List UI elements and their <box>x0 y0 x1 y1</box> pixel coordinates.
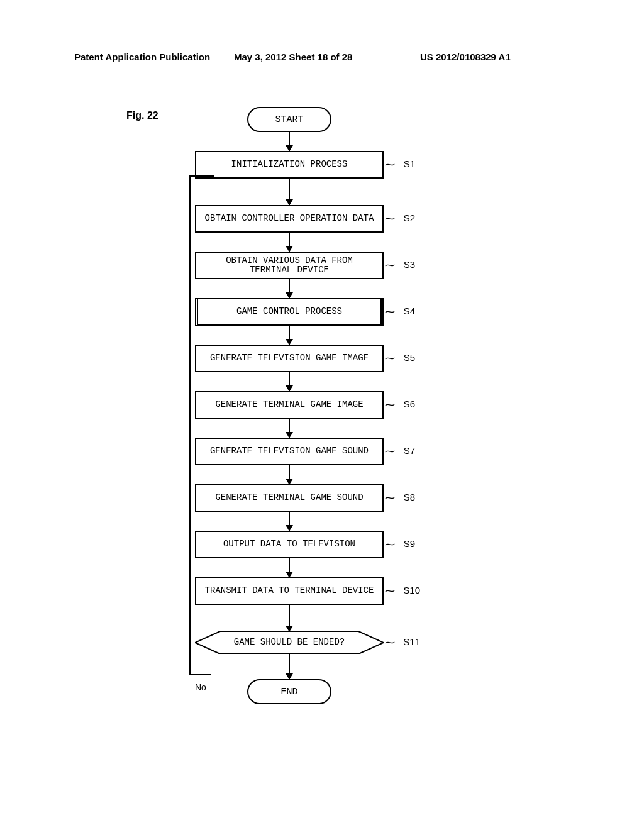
header-patent-number: US 2012/0108329 A1 <box>420 52 511 62</box>
arrow-icon <box>289 233 290 252</box>
step-label-s1: S1 <box>404 158 415 169</box>
tilde-icon: ⁓ <box>385 445 395 457</box>
step-s5: GENERATE TELEVISION GAME IMAGE <box>195 345 384 372</box>
arrow-icon <box>289 326 290 345</box>
arrow-icon <box>289 279 290 298</box>
step-text: GAME CONTROL PROCESS <box>236 307 342 316</box>
tilde-icon: ⁓ <box>385 306 395 318</box>
step-label-s7: S7 <box>404 445 415 456</box>
step-text: TRANSMIT DATA TO TERMINAL DEVICE <box>205 586 374 595</box>
tilde-icon: ⁓ <box>385 213 395 224</box>
step-label-s8: S8 <box>404 492 415 502</box>
tilde-icon: ⁓ <box>385 259 395 271</box>
tilde-icon: ⁓ <box>385 636 395 648</box>
step-s3: OBTAIN VARIOUS DATA FROM TERMINAL DEVICE <box>195 252 384 279</box>
arrow-icon <box>289 465 290 484</box>
arrow-icon <box>289 179 290 205</box>
step-s4: GAME CONTROL PROCESS <box>195 298 384 326</box>
end-text: END <box>280 687 297 697</box>
step-text: OBTAIN VARIOUS DATA FROM TERMINAL DEVICE <box>226 256 353 275</box>
arrow-icon <box>289 419 290 438</box>
step-label-s3: S3 <box>404 259 415 270</box>
step-s10: TRANSMIT DATA TO TERMINAL DEVICE <box>195 577 384 605</box>
tilde-icon: ⁓ <box>385 585 395 597</box>
step-label-s2: S2 <box>404 213 415 223</box>
tilde-icon: ⁓ <box>385 158 395 170</box>
step-s1: INITIALIZATION PROCESS <box>195 151 384 179</box>
header-date-sheet: May 3, 2012 Sheet 18 of 28 <box>234 52 352 62</box>
step-s8: GENERATE TERMINAL GAME SOUND <box>195 484 384 512</box>
tilde-icon: ⁓ <box>385 492 395 504</box>
tilde-icon: ⁓ <box>385 538 395 550</box>
tilde-icon: ⁓ <box>385 352 395 364</box>
step-text: INITIALIZATION PROCESS <box>231 160 348 169</box>
arrow-icon <box>289 512 290 531</box>
flowchart: START INITIALIZATION PROCESS ⁓ S1 OBTAIN… <box>195 107 384 704</box>
tilde-icon: ⁓ <box>385 399 395 411</box>
start-text: START <box>275 114 303 125</box>
step-text: OBTAIN CONTROLLER OPERATION DATA <box>205 214 374 223</box>
step-label-s9: S9 <box>404 538 415 549</box>
arrow-icon <box>289 605 290 631</box>
arrow-icon <box>289 372 290 391</box>
decision-s11: GAME SHOULD BE ENDED? <box>195 631 384 654</box>
step-s7: GENERATE TELEVISION GAME SOUND <box>195 438 384 465</box>
arrow-icon <box>289 132 290 151</box>
step-s6: GENERATE TERMINAL GAME IMAGE <box>195 391 384 419</box>
decision-text: GAME SHOULD BE ENDED? <box>195 637 384 647</box>
step-text: GENERATE TERMINAL GAME SOUND <box>215 493 363 502</box>
step-s9: OUTPUT DATA TO TELEVISION <box>195 531 384 558</box>
step-text: GENERATE TERMINAL GAME IMAGE <box>215 400 363 409</box>
arrow-icon <box>289 558 290 577</box>
start-node: START <box>247 107 331 132</box>
figure-label: Fig. 22 <box>126 110 158 121</box>
step-label-s11: S11 <box>403 636 420 647</box>
end-node: END <box>247 679 331 704</box>
arrow-icon <box>289 654 290 679</box>
step-label-s10: S10 <box>403 585 420 595</box>
step-text: OUTPUT DATA TO TELEVISION <box>223 540 355 549</box>
step-label-s6: S6 <box>404 399 415 409</box>
header-publication: Patent Application Publication <box>74 52 210 62</box>
step-label-s4: S4 <box>404 306 415 316</box>
step-text: GENERATE TELEVISION GAME IMAGE <box>210 353 369 363</box>
step-label-s5: S5 <box>404 352 415 363</box>
step-text: GENERATE TELEVISION GAME SOUND <box>210 446 369 456</box>
step-s2: OBTAIN CONTROLLER OPERATION DATA <box>195 205 384 233</box>
